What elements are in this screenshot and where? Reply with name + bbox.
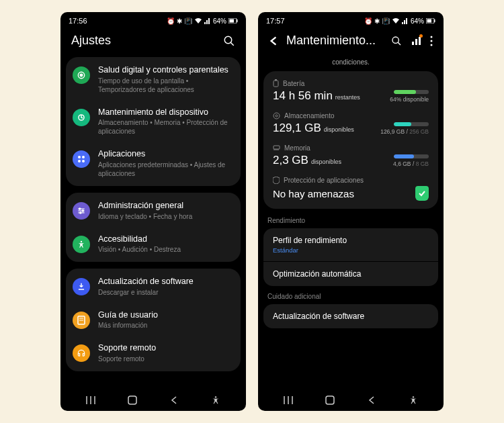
metric-right-label: 64% disponible [390,96,429,103]
general-icon [73,202,90,220]
settings-item-general-management[interactable]: Administración general Idioma y teclado … [66,194,241,228]
svg-point-9 [82,156,85,158]
item-subtitle: Descargar e instalar [98,288,231,297]
memory-small-icon [273,145,280,151]
settings-item-accessibility[interactable]: Accesibilidad Visión • Audición • Destre… [66,228,241,261]
svg-rect-33 [415,39,417,45]
settings-item-apps[interactable]: Aplicaciones Aplicaciones predeterminada… [66,142,241,185]
wifi-icon [392,17,400,24]
device-care-content[interactable]: condiciones. Batería 14 h 56 min restant… [258,57,444,389]
settings-item-remote-support[interactable]: Soporte remoto Soporte remoto [66,336,241,370]
metric-storage[interactable]: Almacenamiento 129,1 GB disponibles 126,… [273,112,429,135]
metric-label: Batería [283,80,304,87]
memory-bar [394,154,429,158]
metric-battery[interactable]: Batería 14 h 56 min restantes 64% dispon… [273,79,429,103]
metric-unit: disponibles [311,158,341,165]
item-title: Actualización de software [98,277,231,287]
settings-group: Salud digital y controles parentales Tie… [66,57,241,186]
settings-header: Ajustes [60,27,246,57]
recents-icon[interactable] [282,393,295,407]
shield-check-icon [415,186,429,201]
section-performance: Rendimiento [263,216,438,228]
item-subtitle: Estándar [273,246,429,254]
item-title: Soporte remoto [98,343,231,354]
item-title: Accesibilidad [98,234,231,245]
row-software-update[interactable]: Actualización de software [263,304,438,328]
svg-point-15 [79,208,81,209]
settings-item-digital-wellbeing[interactable]: Salud digital y controles parentales Tie… [66,58,241,101]
user-guide-icon [73,312,90,329]
svg-line-31 [398,42,401,45]
nav-bar [258,389,444,411]
metric-memory[interactable]: Memoria 2,3 GB disponibles 4,6 GB / 8 GB [273,144,429,167]
chart-icon[interactable] [411,36,421,46]
page-title: Mantenimiento... [286,34,383,48]
back-icon[interactable] [365,393,378,407]
bluetooth-icon: ✱ [177,17,182,25]
svg-point-30 [392,37,398,43]
metric-value: 2,3 GB [273,154,308,167]
metrics-card: Batería 14 h 56 min restantes 64% dispon… [263,71,438,209]
wellbeing-icon [73,66,90,84]
row-auto-optimization[interactable]: Optimización automática [263,262,438,286]
svg-rect-42 [274,146,280,149]
back-icon[interactable] [269,36,278,46]
back-icon[interactable] [167,393,181,407]
section-additional-care: Cuidado adicional [263,291,438,304]
svg-rect-50 [326,396,334,404]
svg-point-11 [82,160,85,162]
search-icon[interactable] [223,35,235,47]
settings-item-software-update[interactable]: Actualización de software Descargar e in… [66,270,241,303]
svg-point-17 [80,212,81,214]
home-icon[interactable] [323,393,337,407]
accessibility-nav-icon[interactable] [209,393,222,407]
software-update-icon [73,278,90,295]
device-care-icon [73,109,90,126]
item-subtitle: Almacenamiento • Memoria • Protección de… [98,118,231,136]
svg-rect-2 [237,19,238,22]
settings-screen: 17:56 ⏰ ✱ 📳 64% Ajustes [60,12,246,411]
svg-line-4 [230,42,234,46]
item-title: Mantenimiento del dispositivo [98,107,231,118]
svg-point-18 [81,240,82,242]
accessibility-nav-icon[interactable] [407,393,420,407]
settings-group: Administración general Idioma y teclado … [66,193,241,262]
storage-bar-fill [394,122,411,126]
recents-icon[interactable] [84,393,97,407]
status-subtext: condiciones. [263,57,438,71]
settings-list[interactable]: Salud digital y controles parentales Tie… [60,57,246,389]
status-time: 17:57 [266,17,285,25]
battery-icon [228,18,238,23]
metric-protection[interactable]: Protección de aplicaciones No hay amenaz… [273,177,429,201]
nav-bar [60,389,246,411]
item-subtitle: Idioma y teclado • Fecha y hora [98,212,231,221]
metric-value: 129,1 GB [273,122,321,135]
battery-icon [426,18,435,23]
svg-point-6 [80,74,83,77]
settings-item-device-care[interactable]: Mantenimiento del dispositivo Almacenami… [66,101,241,143]
signal-icon [402,17,409,24]
metric-label: Protección de aplicaciones [284,177,364,184]
metric-value: 14 h 56 min [273,89,333,103]
search-icon[interactable] [391,36,402,46]
metric-right-label: 126,9 GB / 256 GB [380,128,429,135]
settings-group: Actualización de software Descargar e in… [66,269,241,371]
apps-icon [73,150,90,168]
svg-rect-28 [427,19,432,23]
battery-bar-fill [394,90,416,94]
remote-support-icon [73,344,90,362]
metric-unit: restantes [335,94,360,101]
page-title: Ajustes [71,34,215,48]
bluetooth-icon: ✱ [374,17,380,25]
battery-small-icon [273,79,279,87]
home-icon[interactable] [126,393,139,407]
shield-small-icon [273,177,280,184]
memory-bar-fill [394,154,414,158]
device-care-screen: 17:57 ⏰ ✱ 📳 64% Mantenimiento... condici… [258,12,444,411]
settings-item-user-guide[interactable]: Guía de usuario Más información [66,303,241,337]
row-performance-profile[interactable]: Perfil de rendimiento Estándar [263,228,438,261]
svg-rect-32 [412,42,414,45]
battery-pct: 64% [411,17,424,25]
more-icon[interactable] [430,36,433,46]
svg-point-3 [224,36,232,44]
